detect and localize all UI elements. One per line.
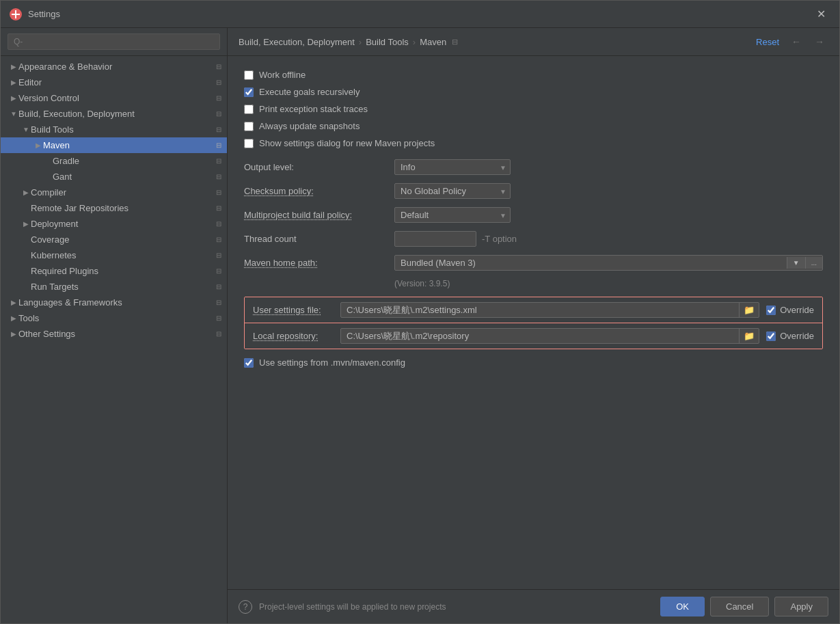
search-bar (1, 28, 227, 56)
sidebar-item-remote-jar[interactable]: Remote Jar Repositories ⊟ (1, 200, 227, 216)
work-offline-row: Work offline (244, 70, 823, 80)
apply-button[interactable]: Apply (774, 597, 828, 616)
always-update-row: Always update snapshots (244, 121, 823, 131)
lock-icon: ⊟ (216, 63, 221, 70)
execute-goals-checkbox[interactable] (244, 87, 254, 97)
maven-home-browse-btn[interactable]: ... (805, 257, 822, 269)
thread-count-label: Thread count (244, 234, 394, 244)
main-content: ▶ Appearance & Behavior ⊟ ▶ Editor ⊟ ▶ V… (1, 28, 839, 623)
lock-icon: ⊟ (216, 252, 221, 259)
sidebar-item-maven[interactable]: ▶ Maven ⊟ (1, 137, 227, 153)
lock-icon: ⊟ (216, 267, 221, 275)
breadcrumb-part-2: Build Tools (366, 37, 409, 47)
maven-home-input[interactable] (395, 256, 787, 270)
breadcrumb-sep-1: › (359, 37, 362, 47)
sidebar-item-run-targets[interactable]: Run Targets ⊟ (1, 279, 227, 295)
lock-icon: ⊟ (216, 94, 221, 102)
sidebar-item-languages[interactable]: ▶ Languages & Frameworks ⊟ (1, 295, 227, 310)
local-repository-path-wrapper: 📁 (340, 328, 759, 344)
breadcrumb-actions: Reset ← → (753, 35, 828, 49)
print-exception-checkbox[interactable] (244, 105, 254, 114)
maven-version-text: (Version: 3.9.5) (394, 279, 823, 288)
execute-goals-row: Execute goals recursively (244, 87, 823, 97)
always-update-checkbox[interactable] (244, 122, 254, 131)
lock-icon: ⊟ (216, 126, 221, 133)
lock-icon: ⊟ (216, 189, 221, 196)
thread-count-row: Thread count -T option (244, 231, 823, 247)
thread-count-input[interactable] (394, 231, 476, 247)
use-mvn-config-checkbox[interactable] (244, 358, 254, 368)
sidebar-item-build-tools[interactable]: ▼ Build Tools ⊟ (1, 122, 227, 137)
expand-arrow: ▶ (9, 62, 18, 72)
use-mvn-config-label[interactable]: Use settings from .mvn/maven.config (259, 357, 405, 368)
lock-icon: ⊟ (216, 141, 221, 149)
execute-goals-label[interactable]: Execute goals recursively (259, 87, 360, 97)
sidebar-item-appearance[interactable]: ▶ Appearance & Behavior ⊟ (1, 59, 227, 74)
show-settings-checkbox[interactable] (244, 139, 254, 148)
sidebar-tree: ▶ Appearance & Behavior ⊟ ▶ Editor ⊟ ▶ V… (1, 56, 227, 623)
breadcrumb-sep-2: › (413, 37, 416, 47)
expand-arrow: ▼ (9, 109, 18, 119)
local-repository-override-checkbox[interactable] (766, 331, 776, 341)
ok-button[interactable]: OK (660, 597, 705, 616)
bottom-buttons: OK Cancel Apply (660, 597, 828, 616)
user-settings-override-label[interactable]: Override (780, 305, 814, 315)
multiproject-fail-row: Multiproject build fail policy: Default … (244, 207, 823, 223)
back-button[interactable]: ← (787, 35, 805, 49)
local-repository-browse-btn[interactable]: 📁 (739, 329, 759, 343)
sidebar-item-compiler[interactable]: ▶ Compiler ⊟ (1, 185, 227, 200)
work-offline-label[interactable]: Work offline (259, 70, 306, 80)
maven-home-dropdown-btn[interactable]: ▼ (787, 257, 805, 269)
search-input[interactable] (8, 33, 220, 50)
sidebar-item-kubernetes[interactable]: Kubernetes ⊟ (1, 247, 227, 263)
sidebar-item-version-control[interactable]: ▶ Version Control ⊟ (1, 90, 227, 106)
svg-rect-2 (15, 10, 16, 18)
always-update-label[interactable]: Always update snapshots (259, 121, 360, 131)
sidebar-item-deployment[interactable]: ▶ Deployment ⊟ (1, 216, 227, 232)
sidebar-item-gradle[interactable]: Gradle ⊟ (1, 153, 227, 169)
multiproject-fail-dropdown[interactable]: Default At end Never Fail fast (394, 207, 511, 223)
sidebar-item-gant[interactable]: Gant ⊟ (1, 169, 227, 185)
output-level-wrapper: Info Debug Warn Error ▼ (394, 159, 511, 175)
work-offline-checkbox[interactable] (244, 70, 254, 80)
lock-icon: ⊟ (216, 157, 221, 165)
expand-arrow (43, 172, 53, 182)
output-level-row: Output level: Info Debug Warn Error ▼ (244, 159, 823, 175)
bottom-bar: ? Project-level settings will be applied… (228, 589, 839, 623)
user-settings-input[interactable] (341, 303, 739, 317)
forward-button[interactable]: → (811, 35, 828, 49)
show-settings-label[interactable]: Show settings dialog for new Maven proje… (259, 138, 435, 148)
window-options-icon[interactable]: ⊟ (452, 38, 458, 46)
local-repository-input[interactable] (341, 329, 739, 343)
sidebar-item-editor[interactable]: ▶ Editor ⊟ (1, 74, 227, 90)
print-exception-row: Print exception stack traces (244, 104, 823, 114)
local-repository-override-label[interactable]: Override (780, 331, 814, 341)
reset-button[interactable]: Reset (753, 36, 782, 49)
lock-icon: ⊟ (216, 283, 221, 290)
lock-icon: ⊟ (216, 110, 221, 118)
settings-content: Work offline Execute goals recursively P… (228, 56, 839, 589)
expand-arrow: ▶ (9, 329, 18, 339)
sidebar-item-required-plugins[interactable]: Required Plugins ⊟ (1, 263, 227, 279)
maven-home-label: Maven home path: (244, 258, 394, 268)
thread-count-suffix: -T option (482, 234, 517, 244)
expand-arrow (43, 157, 53, 166)
print-exception-label[interactable]: Print exception stack traces (259, 104, 368, 114)
sidebar-item-build-execution[interactable]: ▼ Build, Execution, Deployment ⊟ (1, 106, 227, 122)
checksum-policy-dropdown[interactable]: No Global Policy Fail Warn Ignore (394, 183, 511, 199)
show-settings-row: Show settings dialog for new Maven proje… (244, 138, 823, 148)
local-repository-override-wrapper: Override (766, 331, 814, 341)
user-settings-browse-btn[interactable]: 📁 (739, 303, 759, 317)
output-level-dropdown[interactable]: Info Debug Warn Error (394, 159, 511, 175)
cancel-button[interactable]: Cancel (710, 597, 769, 616)
use-settings-mvn-row: Use settings from .mvn/maven.config (244, 357, 823, 368)
close-button[interactable]: ✕ (811, 5, 831, 23)
user-settings-label: User settings file: (253, 305, 340, 315)
breadcrumb-part-3: Maven (420, 37, 446, 47)
sidebar-item-coverage[interactable]: Coverage ⊟ (1, 232, 227, 247)
sidebar-item-other-settings[interactable]: ▶ Other Settings ⊟ (1, 326, 227, 342)
help-button[interactable]: ? (239, 600, 252, 614)
sidebar-item-tools[interactable]: ▶ Tools ⊟ (1, 310, 227, 326)
override-section: User settings file: 📁 Override Local rep… (244, 297, 823, 349)
user-settings-override-checkbox[interactable] (766, 306, 776, 315)
